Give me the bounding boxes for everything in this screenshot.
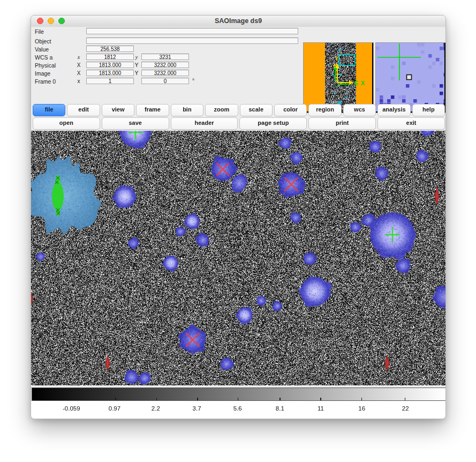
frame-0-y-field[interactable] — [141, 78, 189, 84]
panner-canvas[interactable] — [304, 43, 372, 111]
colorbar-tick-label: -0.059 — [63, 405, 80, 412]
colorbar-scale-labels: -0.0590.972.23.75.68.1111622 — [31, 401, 446, 419]
colorbar-tick — [115, 398, 116, 400]
axis-label-x: X — [75, 62, 82, 68]
colorbar-tick-label: 16 — [358, 405, 365, 412]
sky-image-canvas[interactable] — [31, 131, 446, 385]
colorbar-tick-label: 2.2 — [152, 405, 160, 412]
exit-button[interactable]: exit — [377, 117, 445, 130]
colorbar-tick-label: 22 — [402, 405, 409, 412]
print-button[interactable]: print — [308, 117, 376, 130]
colorbar-tick-label: 0.97 — [109, 405, 120, 412]
info-row-wcs-a: WCS axy — [31, 54, 301, 61]
colorbar-tick-label: 8.1 — [276, 405, 284, 412]
menu-edit[interactable]: edit — [67, 104, 100, 116]
image-y-field[interactable] — [141, 70, 189, 76]
colorbar-gradient[interactable] — [32, 388, 446, 401]
image-x-field[interactable] — [86, 70, 134, 76]
object-field[interactable] — [86, 38, 298, 44]
app-window: SAOImage ds9 FileObjectValueWCS axyPhysi… — [31, 15, 446, 419]
info-label-frame-0: Frame 0 — [35, 78, 56, 85]
axis-label-y: y — [133, 54, 140, 60]
colorbar-tick — [156, 398, 157, 400]
coordinate-readout: FileObjectValueWCS axyPhysicalXYImageXYF… — [31, 27, 301, 104]
header-button[interactable]: header — [171, 117, 238, 130]
info-row-physical: PhysicalXY — [31, 62, 301, 69]
info-label-physical: Physical — [35, 62, 56, 69]
axis-label-x: x — [75, 54, 82, 60]
info-label-object: Object — [35, 38, 51, 44]
panner-panel — [303, 42, 374, 113]
colorbar-tick — [405, 398, 406, 400]
file-button-bar: opensaveheaderpage setupprintexit — [31, 117, 446, 130]
axis-label-y: Y — [133, 70, 140, 76]
open-button[interactable]: open — [33, 117, 100, 130]
colorbar-tick-label: 3.7 — [193, 405, 201, 412]
menu-zoom[interactable]: zoom — [205, 104, 238, 116]
menu-frame[interactable]: frame — [136, 104, 169, 116]
physical-y-field[interactable] — [141, 62, 189, 68]
image-display — [31, 131, 446, 385]
menu-analysis[interactable]: analysis — [377, 104, 410, 116]
menu-help[interactable]: help — [412, 104, 445, 116]
colorbar-tick — [72, 398, 73, 400]
save-button[interactable]: save — [102, 117, 169, 130]
info-label-image: Image — [35, 70, 50, 77]
window-title: SAOImage ds9 — [31, 17, 445, 25]
frame-0-x-field[interactable] — [86, 78, 134, 84]
wcs-a-y-field[interactable] — [141, 54, 189, 60]
info-label-file: File — [35, 28, 44, 35]
colorbar-tick-label: 5.6 — [233, 405, 242, 412]
menu-bar: fileeditviewframebinzoomscalecolorregion… — [31, 104, 446, 117]
menu-bin[interactable]: bin — [171, 104, 203, 116]
menu-file[interactable]: file — [33, 104, 65, 116]
info-row-file: File — [31, 28, 301, 35]
magnifier-canvas[interactable] — [376, 43, 444, 111]
colorbar-tick — [197, 398, 198, 400]
menu-region[interactable]: region — [308, 104, 341, 116]
colorbar-tick — [279, 398, 281, 400]
info-panel: FileObjectValueWCS axyPhysicalXYImageXYF… — [31, 27, 446, 104]
value-field[interactable] — [86, 46, 134, 52]
info-label-wcs-a: WCS a — [35, 54, 52, 61]
colorbar-tick — [361, 398, 362, 400]
colorbar-tick — [320, 398, 321, 400]
menu-view[interactable]: view — [102, 104, 134, 116]
axis-label-y: Y — [133, 62, 140, 68]
info-row-object: Object — [31, 38, 301, 45]
wcs-a-x-field[interactable] — [86, 54, 134, 60]
info-row-frame-0: Frame 0x° — [31, 78, 301, 85]
colorbar-tick-label: 11 — [318, 405, 324, 412]
info-row-value: Value — [31, 46, 301, 53]
magnifier-panel — [375, 42, 446, 113]
axis-label-x: x — [75, 78, 82, 84]
degree-suffix: ° — [192, 78, 194, 84]
menu-wcs[interactable]: wcs — [343, 104, 376, 116]
physical-x-field[interactable] — [86, 62, 134, 68]
axis-label-x: X — [75, 70, 82, 76]
menu-scale[interactable]: scale — [240, 104, 273, 116]
colorbar-tick — [238, 398, 239, 400]
title-bar[interactable]: SAOImage ds9 — [31, 16, 445, 27]
info-row-image: ImageXY — [31, 70, 301, 77]
menu-color[interactable]: color — [274, 104, 307, 116]
info-label-value: Value — [35, 46, 49, 53]
file-field[interactable] — [86, 28, 298, 34]
page-setup-button[interactable]: page setup — [239, 117, 307, 130]
